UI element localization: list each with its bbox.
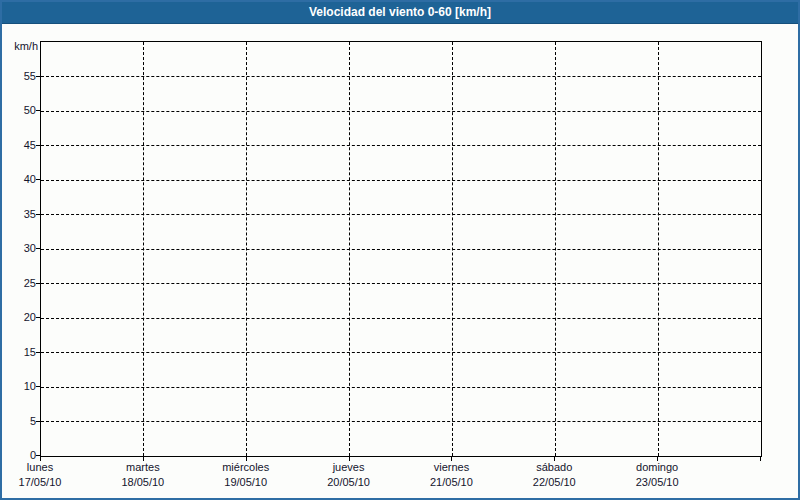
y-axis-tick: [36, 110, 41, 111]
day-date: 20/05/10: [297, 475, 401, 490]
day-date: 22/05/10: [502, 475, 606, 490]
chart-canvas: km/h 0510152025303540455055 lunes17/05/1…: [2, 2, 798, 498]
y-axis-tick: [36, 421, 41, 422]
y-axis-tick-label: 5: [8, 414, 36, 428]
x-axis-tick: [760, 456, 761, 461]
day-date: 19/05/10: [194, 475, 298, 490]
y-gridline: [41, 387, 761, 388]
day-name: viernes: [399, 460, 503, 475]
y-axis-tick-label: 25: [8, 276, 36, 290]
y-gridline: [41, 318, 761, 319]
y-axis-tick: [36, 179, 41, 180]
y-gridline: [41, 145, 761, 146]
x-axis-day-label: martes18/05/10: [91, 460, 195, 490]
y-axis-tick: [36, 248, 41, 249]
day-name: miércoles: [194, 460, 298, 475]
y-axis-tick: [36, 386, 41, 387]
y-axis-tick-label: 30: [8, 241, 36, 255]
day-date: 18/05/10: [91, 475, 195, 490]
x-axis-day-label: viernes21/05/10: [399, 460, 503, 490]
y-gridline: [41, 421, 761, 422]
y-axis-tick-label: 50: [8, 103, 36, 117]
day-date: 17/05/10: [0, 475, 92, 490]
y-gridline: [41, 180, 761, 181]
day-name: jueves: [297, 460, 401, 475]
y-axis-unit-label: km/h: [4, 40, 38, 52]
y-axis-tick-label: 35: [8, 207, 36, 221]
y-gridline: [41, 76, 761, 77]
y-axis-tick: [36, 145, 41, 146]
x-gridline: [349, 42, 350, 456]
x-gridline: [555, 42, 556, 456]
x-axis-day-label: jueves20/05/10: [297, 460, 401, 490]
x-axis-day-label: lunes17/05/10: [0, 460, 92, 490]
y-axis-tick: [36, 317, 41, 318]
x-axis-day-label: sábado22/05/10: [502, 460, 606, 490]
y-gridline: [41, 249, 761, 250]
y-axis-tick: [36, 214, 41, 215]
x-gridline: [658, 42, 659, 456]
y-axis-tick-label: 45: [8, 138, 36, 152]
y-gridline: [41, 352, 761, 353]
y-axis-tick-label: 15: [8, 345, 36, 359]
day-name: martes: [91, 460, 195, 475]
day-name: sábado: [502, 460, 606, 475]
day-date: 23/05/10: [605, 475, 709, 490]
x-gridline: [452, 42, 453, 456]
y-axis-tick: [36, 283, 41, 284]
y-gridline: [41, 214, 761, 215]
y-axis-tick-label: 55: [8, 69, 36, 83]
y-gridline: [41, 111, 761, 112]
y-axis-tick: [36, 76, 41, 77]
plot-area: [40, 41, 762, 457]
y-axis-tick-label: 10: [8, 379, 36, 393]
x-axis-day-label: miércoles19/05/10: [194, 460, 298, 490]
x-gridline: [143, 42, 144, 456]
y-gridline: [41, 283, 761, 284]
day-date: 21/05/10: [399, 475, 503, 490]
x-axis-day-label: domingo23/05/10: [605, 460, 709, 490]
chart-window: Velocidad del viento 0-60 [km/h] km/h 05…: [0, 0, 800, 500]
x-gridline: [246, 42, 247, 456]
day-name: domingo: [605, 460, 709, 475]
y-axis-tick-label: 40: [8, 172, 36, 186]
day-name: lunes: [0, 460, 92, 475]
y-axis-tick-label: 20: [8, 310, 36, 324]
y-axis-tick: [36, 352, 41, 353]
